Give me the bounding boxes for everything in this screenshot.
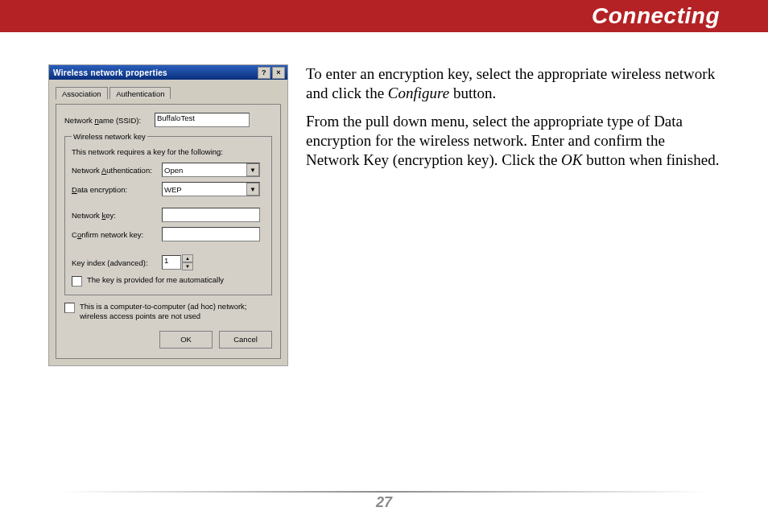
key-label: Network key:: [72, 211, 162, 220]
chevron-up-icon[interactable]: ▲: [182, 254, 193, 262]
tab-association[interactable]: Association: [56, 87, 108, 100]
auth-label-pre: Network: [72, 166, 101, 175]
adhoc-checkbox[interactable]: [64, 303, 75, 313]
encryption-select[interactable]: WEP ▼: [162, 182, 260, 196]
instr-p1-em: Configure: [388, 85, 449, 101]
chevron-down-icon[interactable]: ▼: [182, 262, 193, 270]
help-icon[interactable]: ?: [258, 67, 270, 79]
auth-select[interactable]: Open ▼: [162, 163, 260, 177]
tab-panel: Network name (SSID): BuffaloTest Wireles…: [56, 104, 281, 359]
confirm-label-post: nfirm network key:: [81, 230, 143, 239]
keyindex-label: Key index (advanced):: [72, 258, 162, 267]
key-label-pre: Network: [72, 211, 101, 220]
instr-p2-b: button when finished.: [583, 151, 720, 168]
ssid-label: Network name (SSID):: [64, 116, 155, 125]
tab-authentication[interactable]: Authentication: [109, 87, 171, 99]
instr-p2-em: OK: [561, 151, 582, 168]
network-key-input[interactable]: [162, 208, 260, 222]
group-legend: Wireless network key: [72, 132, 147, 141]
ssid-input[interactable]: BuffaloTest: [155, 113, 250, 127]
confirm-label: Confirm network key:: [72, 230, 162, 239]
key-label-post: ey:: [105, 211, 116, 220]
auto-key-checkbox[interactable]: [72, 276, 82, 287]
confirm-label-pre: C: [72, 230, 77, 239]
ssid-label-post: ame (SSID):: [99, 116, 141, 125]
page-title: Connecting: [592, 3, 720, 29]
chevron-down-icon: ▼: [246, 163, 259, 176]
cancel-button[interactable]: Cancel: [219, 331, 272, 348]
enc-label-u: D: [72, 185, 77, 194]
titlebar: Wireless network properties ? ×: [49, 65, 287, 80]
keyindex-value: 1: [162, 255, 181, 270]
auth-label: Network Authentication:: [72, 166, 162, 175]
auto-key-label: The key is provided for me automatically: [87, 275, 224, 285]
enc-label-post: ata encryption:: [77, 185, 127, 194]
page-footer: 27: [60, 491, 708, 511]
auth-select-value: Open: [164, 166, 183, 175]
instruction-text: To enter an encryption key, select the a…: [306, 64, 720, 179]
wireless-key-group: Wireless network key This network requir…: [64, 132, 272, 295]
keyindex-stepper[interactable]: 1 ▲ ▼: [162, 254, 193, 270]
instr-p1-b: button.: [449, 85, 496, 101]
adhoc-label: This is a computer-to-computer (ad hoc) …: [80, 302, 272, 321]
close-icon[interactable]: ×: [272, 67, 285, 79]
instr-p1-a: To enter an encryption key, select the a…: [306, 65, 715, 101]
page-number: 27: [60, 494, 708, 511]
dialog-title: Wireless network properties: [53, 68, 167, 77]
chevron-down-icon: ▼: [246, 183, 259, 196]
footer-rule: [60, 491, 708, 493]
dialog-window: Wireless network properties ? × Associat…: [48, 64, 288, 366]
ok-button[interactable]: OK: [159, 331, 213, 348]
encryption-select-value: WEP: [164, 185, 182, 194]
ssid-label-pre: Network: [64, 116, 94, 125]
group-hint: This network requires a key for the foll…: [72, 147, 265, 156]
auth-label-post: uthentication:: [106, 166, 152, 175]
enc-label: Data encryption:: [72, 185, 162, 194]
confirm-key-input[interactable]: [162, 227, 260, 241]
